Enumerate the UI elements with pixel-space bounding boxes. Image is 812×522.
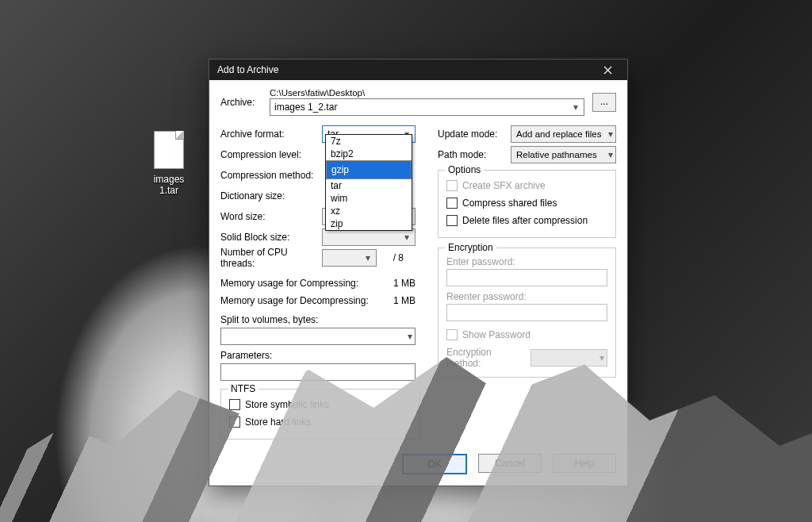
help-button-label: Help — [575, 458, 595, 469]
add-to-archive-dialog: Add to Archive Archive: C:\Users\fatiw\D… — [209, 59, 628, 486]
create-sfx-checkbox: Create SFX archive — [446, 177, 607, 194]
desktop-file-label: images 1.tar — [143, 174, 195, 196]
archive-filename-combo[interactable]: images 1_2.tar ▾ — [270, 98, 584, 116]
help-button[interactable]: Help — [553, 454, 616, 473]
format-option-bzip2[interactable]: bzip2 — [326, 148, 412, 160]
cpu-threads-select[interactable]: ▾ — [322, 249, 377, 267]
encryption-group: Encryption Enter password: Reenter passw… — [438, 248, 616, 378]
cpu-threads-total: / 8 — [381, 252, 404, 263]
path-mode-label: Path mode: — [438, 149, 511, 160]
ntfs-hardlinks-label: Store hard links — [245, 416, 311, 428]
show-password-label: Show Password — [462, 329, 530, 340]
dictionary-size-label: Dictionary size: — [220, 190, 322, 202]
encryption-method-label: Encryption method: — [446, 347, 523, 369]
delete-after-label: Delete files after compression — [462, 215, 588, 226]
format-option-zip[interactable]: zip — [326, 217, 412, 230]
mem-decompress-value: 1 MB — [384, 295, 416, 306]
archive-format-label: Archive format: — [220, 129, 322, 140]
reenter-password-input[interactable] — [446, 304, 607, 321]
enter-password-input[interactable] — [446, 269, 607, 286]
checkbox-icon — [446, 329, 458, 340]
chevron-down-icon: ▾ — [608, 149, 613, 160]
format-option-7z[interactable]: 7z — [326, 135, 412, 148]
ntfs-title: NTFS — [228, 383, 259, 394]
encryption-title: Encryption — [445, 242, 496, 253]
reenter-password-label: Reenter password: — [446, 291, 607, 302]
chevron-down-icon: ▾ — [408, 331, 412, 342]
encryption-method-select: ▾ — [530, 349, 607, 367]
mem-decompress-label: Memory usage for Decompressing: — [220, 295, 384, 306]
format-option-xz[interactable]: xz — [326, 205, 412, 217]
ntfs-symlinks-checkbox[interactable]: Store symbolic links — [229, 396, 412, 413]
delete-after-checkbox[interactable]: Delete files after compression — [446, 212, 607, 229]
archive-path-dir: C:\Users\fatiw\Desktop\ — [270, 88, 584, 98]
dialog-title: Add to Archive — [217, 64, 592, 75]
compress-shared-checkbox[interactable]: Compress shared files — [446, 194, 607, 212]
archive-format-dropdown[interactable]: 7zbzip2gziptarwimxzzip — [325, 134, 412, 231]
path-mode-select[interactable]: Relative pathnames▾ — [511, 146, 616, 163]
mem-compress-value: 1 MB — [384, 278, 416, 289]
cpu-threads-label: Number of CPU threads: — [220, 247, 322, 269]
cancel-button-label: Cancel — [495, 458, 524, 469]
checkbox-icon — [446, 215, 458, 226]
options-group: Options Create SFX archive Compress shar… — [438, 170, 616, 238]
parameters-label: Parameters: — [220, 350, 416, 361]
show-password-checkbox[interactable]: Show Password — [446, 326, 607, 344]
archive-label: Archive: — [220, 97, 270, 108]
split-volumes-combo[interactable]: ▾ — [220, 328, 416, 345]
cancel-button[interactable]: Cancel — [478, 454, 542, 473]
path-mode-value: Relative pathnames — [516, 150, 608, 159]
compression-method-label: Compression method: — [220, 170, 322, 181]
parameters-input[interactable] — [220, 363, 416, 381]
ok-button-label: OK — [427, 459, 441, 470]
chevron-down-icon: ▾ — [599, 352, 604, 363]
ntfs-symlinks-label: Store symbolic links — [245, 399, 329, 410]
close-button[interactable] — [592, 62, 622, 78]
solid-block-select[interactable]: ▾ — [322, 228, 416, 246]
update-mode-select[interactable]: Add and replace files▾ — [511, 125, 616, 143]
file-page-icon — [154, 131, 184, 169]
close-icon — [603, 66, 612, 75]
compression-level-label: Compression level: — [220, 149, 322, 160]
chevron-down-icon: ▾ — [608, 129, 613, 140]
ntfs-hardlinks-checkbox[interactable]: Store hard links — [229, 413, 412, 431]
checkbox-icon — [229, 416, 240, 428]
compress-shared-label: Compress shared files — [462, 198, 557, 209]
titlebar[interactable]: Add to Archive — [209, 59, 627, 80]
checkbox-icon — [446, 198, 458, 209]
desktop-background: images 1.tar Add to Archive Archive: C:\… — [0, 0, 812, 522]
options-title: Options — [445, 164, 484, 175]
ok-button[interactable]: OK — [402, 454, 467, 474]
create-sfx-label: Create SFX archive — [462, 180, 546, 191]
checkbox-icon — [229, 399, 240, 410]
checkbox-icon — [446, 180, 458, 191]
format-option-tar[interactable]: tar — [326, 179, 412, 192]
ntfs-group: NTFS Store symbolic links Store hard lin… — [220, 389, 420, 439]
format-option-gzip[interactable]: gzip — [326, 160, 412, 179]
mem-compress-label: Memory usage for Compressing: — [220, 278, 384, 289]
split-volumes-label: Split to volumes, bytes: — [220, 314, 416, 325]
update-mode-value: Add and replace files — [516, 129, 608, 139]
archive-filename: images 1_2.tar — [274, 102, 570, 113]
solid-block-label: Solid Block size: — [220, 232, 322, 243]
word-size-label: Word size: — [220, 211, 322, 222]
desktop-file-icon[interactable]: images 1.tar — [143, 131, 195, 196]
format-option-wim[interactable]: wim — [326, 192, 412, 205]
chevron-down-icon: ▾ — [401, 232, 412, 243]
browse-button[interactable]: ... — [592, 93, 616, 112]
enter-password-label: Enter password: — [446, 256, 607, 267]
update-mode-label: Update mode: — [438, 129, 511, 140]
chevron-down-icon: ▾ — [570, 102, 581, 113]
chevron-down-icon: ▾ — [362, 252, 373, 263]
